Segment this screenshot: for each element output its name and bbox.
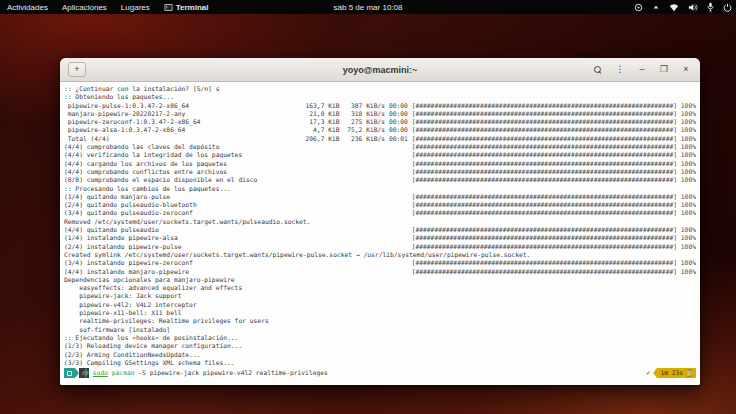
progress-bar: [#######################################… bbox=[412, 118, 696, 126]
terminal-line: pipewire-v4l2: V4L2 interceptor bbox=[64, 301, 696, 309]
window-title: yoyo@macmini:~ bbox=[343, 65, 418, 75]
terminal-line: realtime-privileges: Realtime privileges… bbox=[64, 317, 696, 325]
search-icon bbox=[594, 66, 602, 74]
download-stats: 4,7 KiB 75,2 KiB/s 00:00 bbox=[306, 126, 412, 134]
activities-label: Actividades bbox=[7, 3, 48, 12]
clock-label: sáb 5 de mar 10:08 bbox=[334, 3, 403, 12]
app-menu-label: Terminal bbox=[176, 3, 209, 12]
maximize-icon: ❐ bbox=[660, 65, 668, 74]
progress-bar: [#######################################… bbox=[412, 243, 696, 251]
plus-icon: + bbox=[74, 65, 79, 74]
terminal-line: pipewire-pulse-1:0.3.47-2-x86_64163,7 Ki… bbox=[64, 102, 696, 110]
command-duration: 1m 23s⌛ bbox=[657, 368, 696, 378]
terminal-line: (3/3) Compiling GSettings XML schema fil… bbox=[64, 359, 696, 367]
terminal-line: (2/4) instalando pipewire-pulse[########… bbox=[64, 243, 696, 251]
terminal-line: Removed /etc/systemd/user/sockets.target… bbox=[64, 218, 696, 226]
menu-button[interactable]: ⋮ bbox=[614, 64, 626, 76]
download-stats: 21,0 KiB 318 KiB/s 00:00 bbox=[306, 110, 412, 118]
powerline-arrow-icon bbox=[85, 368, 89, 378]
progress-bar: [#######################################… bbox=[412, 160, 696, 168]
terminal-line: (3/4) instalando pipewire-zeroconf[#####… bbox=[64, 259, 696, 267]
places-menu[interactable]: Lugares bbox=[114, 0, 157, 14]
download-stats: 163,7 KiB 387 KiB/s 00:00 bbox=[306, 102, 412, 110]
terminal-line: :: Obteniendo los paquetes... bbox=[64, 93, 696, 101]
terminal-line: (4/4) cargando los archivos de los paque… bbox=[64, 160, 696, 168]
progress-bar: [#######################################… bbox=[412, 209, 696, 217]
power-icon[interactable] bbox=[723, 3, 732, 12]
maximize-button[interactable]: ❐ bbox=[658, 64, 670, 76]
terminal-line: Dependencias opcionales para manjaro-pip… bbox=[64, 276, 696, 284]
new-tab-button[interactable]: + bbox=[68, 62, 86, 77]
tray-expander-icon[interactable] bbox=[652, 3, 660, 11]
terminal-line: (3/4) quitando pulseaudio-zeroconf[#####… bbox=[64, 209, 696, 217]
progress-bar: [#######################################… bbox=[412, 176, 696, 184]
exit-status-ok-icon: ✔ bbox=[646, 369, 650, 377]
terminal-line: (1/4) instalando pipewire-alsa[#########… bbox=[64, 234, 696, 242]
applications-menu[interactable]: Aplicaciones bbox=[55, 0, 114, 14]
minimize-button[interactable]: – bbox=[636, 64, 648, 76]
progress-bar: [#######################################… bbox=[412, 268, 696, 276]
terminal-line: :: Ejecutando los «hooks» de posinstalac… bbox=[64, 334, 696, 342]
command-args: -S pipewire-jack pipewire-v4l2 realtime-… bbox=[135, 369, 328, 376]
app-menu-terminal[interactable]: Terminal bbox=[157, 0, 216, 14]
microphone-icon[interactable] bbox=[707, 2, 714, 12]
terminal-line: easyeffects: advanced equalizer and effe… bbox=[64, 284, 696, 292]
wifi-icon[interactable] bbox=[669, 3, 679, 12]
terminal-line: (4/4) quitando pulseaudio[##############… bbox=[64, 226, 696, 234]
progress-bar: [#######################################… bbox=[412, 201, 696, 209]
command-text: sudo pacman -S pipewire-jack pipewire-v4… bbox=[93, 369, 328, 377]
activities-button[interactable]: Actividades bbox=[0, 0, 55, 14]
terminal-output: :: ¿Continuar con la instalación? [S/n] … bbox=[64, 85, 696, 367]
terminal-line: manjaro-pipewire-20220217-2-any 21,0 KiB… bbox=[64, 110, 696, 118]
volume-icon[interactable] bbox=[688, 3, 698, 12]
progress-bar: [#######################################… bbox=[412, 143, 696, 151]
terminal-line: pipewire-jack: Jack support bbox=[64, 292, 696, 300]
progress-bar: [#######################################… bbox=[412, 234, 696, 242]
titlebar[interactable]: + yoyo@macmini:~ ⋮ – ❐ × bbox=[60, 58, 700, 82]
progress-bar: [#######################################… bbox=[412, 102, 696, 110]
clock[interactable]: sáb 5 de mar 10:08 bbox=[327, 0, 410, 14]
progress-bar: [#######################################… bbox=[412, 151, 696, 159]
terminal-line: Total (4/4)206,7 KiB 236 KiB/s 00:01 [##… bbox=[64, 135, 696, 143]
terminal-line: (1/3) Reloading device manager configura… bbox=[64, 342, 696, 350]
terminal-screen[interactable]: :: ¿Continuar con la instalación? [S/n] … bbox=[60, 82, 700, 385]
system-tray bbox=[634, 0, 732, 14]
command-sudo: sudo bbox=[93, 369, 108, 376]
terminal-line: (4/4) verificando la integridad de los p… bbox=[64, 151, 696, 159]
progress-bar: [#######################################… bbox=[412, 259, 696, 267]
terminal-line: (4/4) comprobando conflictos entre archi… bbox=[64, 168, 696, 176]
progress-bar: [#######################################… bbox=[412, 226, 696, 234]
progress-bar: [#######################################… bbox=[412, 126, 696, 134]
hourglass-icon: ⌛ bbox=[685, 369, 693, 377]
terminal-line: pipewire-zeroconf-1:0.3.47-2-x86_64 17,3… bbox=[64, 118, 696, 126]
terminal-line: (8/8) comprobando el espacio disponible … bbox=[64, 176, 696, 184]
terminal-window: + yoyo@macmini:~ ⋮ – ❐ × :: ¿Continuar c… bbox=[60, 58, 700, 385]
progress-bar: [#######################################… bbox=[412, 168, 696, 176]
os-logo-icon bbox=[67, 371, 72, 376]
terminal-line: (2/4) quitando pulseaudio-bluetooth[####… bbox=[64, 201, 696, 209]
places-label: Lugares bbox=[121, 3, 150, 12]
download-stats: 206,7 KiB 236 KiB/s 00:01 bbox=[306, 135, 412, 143]
search-button[interactable] bbox=[592, 64, 604, 76]
status-icon[interactable] bbox=[634, 3, 643, 12]
terminal-line: (1/4) quitando manjaro-pulse[###########… bbox=[64, 193, 696, 201]
terminal-line: :: ¿Continuar con la instalación? [S/n] … bbox=[64, 85, 696, 93]
terminal-line: (4/4) comprobando las claves del depósit… bbox=[64, 143, 696, 151]
terminal-line: pipewire-alsa-1:0.3.47-2-x86_64 4,7 KiB … bbox=[64, 126, 696, 134]
kebab-menu-icon: ⋮ bbox=[616, 65, 625, 74]
minimize-icon: – bbox=[639, 65, 644, 74]
right-prompt: ✔ 1m 23s⌛ bbox=[646, 368, 696, 378]
terminal-line: sof-firmware [instalado] bbox=[64, 326, 696, 334]
top-bar: Actividades Aplicaciones Lugares Termina… bbox=[0, 0, 736, 14]
progress-bar: [#######################################… bbox=[412, 135, 696, 143]
command-program: pacman bbox=[108, 369, 135, 376]
close-button[interactable]: × bbox=[680, 64, 692, 76]
terminal-line: Created symlink /etc/systemd/user/socket… bbox=[64, 251, 696, 259]
progress-bar: [#######################################… bbox=[412, 110, 696, 118]
terminal-line: pipewire-x11-bell: X11 bell bbox=[64, 309, 696, 317]
terminal-icon bbox=[164, 3, 173, 12]
terminal-line: (2/3) Arming ConditionNeedsUpdate... bbox=[64, 351, 696, 359]
shell-prompt[interactable]: ⌂ sudo pacman -S pipewire-jack pipewire-… bbox=[64, 368, 696, 378]
progress-bar: [#######################################… bbox=[412, 193, 696, 201]
prompt-os-segment bbox=[64, 368, 75, 378]
